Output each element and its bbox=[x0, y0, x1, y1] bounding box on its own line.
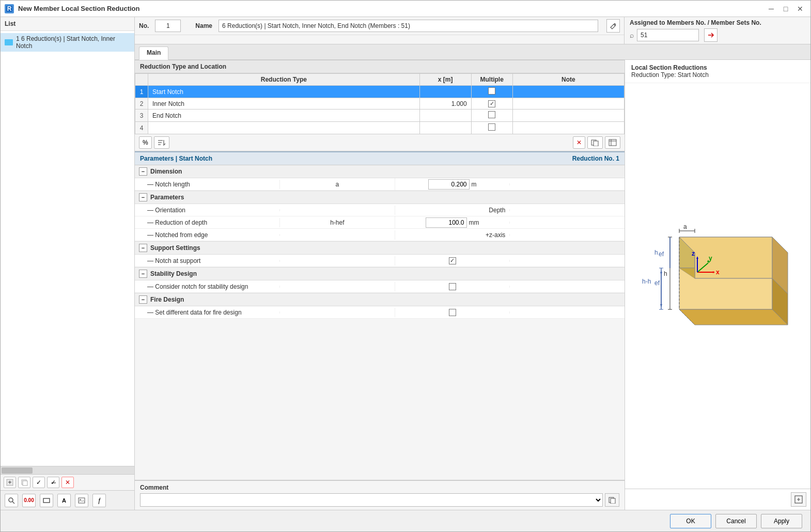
image-button[interactable] bbox=[75, 494, 88, 507]
uncheck-button[interactable]: ✓̶ bbox=[47, 477, 59, 488]
notch-length-input[interactable] bbox=[428, 179, 470, 190]
fire-label: Fire Design bbox=[150, 296, 184, 303]
tab-main[interactable]: Main bbox=[139, 46, 168, 60]
comment-input-row bbox=[140, 493, 619, 507]
consider-notch-extra bbox=[509, 286, 625, 288]
reduction-depth-symbol: h-hef bbox=[279, 218, 395, 227]
svg-text:x: x bbox=[716, 269, 720, 276]
assigned-input[interactable] bbox=[637, 29, 699, 41]
svg-text:h: h bbox=[664, 270, 667, 277]
orientation-row: — Orientation Depth bbox=[135, 204, 625, 216]
row-x-4[interactable] bbox=[419, 122, 471, 134]
dimension-header[interactable]: − Dimension bbox=[135, 165, 625, 178]
svg-rect-5 bbox=[23, 481, 27, 486]
counter-button[interactable]: 0.00 bbox=[22, 494, 36, 507]
consider-notch-symbol bbox=[279, 286, 395, 288]
minimize-button[interactable]: ─ bbox=[765, 4, 777, 14]
cancel-button[interactable]: Cancel bbox=[715, 514, 757, 528]
list-scrollbar[interactable] bbox=[1, 466, 134, 474]
edit-name-button[interactable] bbox=[606, 19, 620, 33]
table-row[interactable]: 1 Start Notch bbox=[135, 86, 625, 98]
name-label: Name bbox=[195, 22, 212, 29]
no-input[interactable] bbox=[155, 20, 181, 32]
fire-design-cb bbox=[395, 308, 510, 317]
search-bottom-button[interactable] bbox=[5, 494, 18, 507]
stability-group: − Stability Design — Consider notch for … bbox=[135, 267, 625, 293]
fire-design-symbol bbox=[279, 311, 395, 314]
table-row[interactable]: 2 Inner Notch 1.000 bbox=[135, 98, 625, 109]
parameters-collapse[interactable]: − bbox=[139, 193, 147, 201]
copy-button[interactable] bbox=[18, 477, 30, 488]
close-button[interactable]: ✕ bbox=[794, 4, 806, 14]
left-panel: List 1 6 Reduction(s) | Start Notch, Inn… bbox=[1, 17, 135, 510]
fire-header[interactable]: − Fire Design bbox=[135, 293, 625, 306]
fire-design-checkbox[interactable] bbox=[449, 309, 456, 316]
row-type-2[interactable]: Inner Notch bbox=[148, 98, 420, 109]
parameters-group-header[interactable]: − Parameters bbox=[135, 191, 625, 204]
rectangle-button[interactable] bbox=[40, 494, 53, 507]
table-row[interactable]: 4 bbox=[135, 122, 625, 134]
consider-notch-label: — Consider notch for stability design bbox=[135, 283, 279, 290]
check-button[interactable]: ✓ bbox=[33, 477, 45, 488]
diagram-area: x y z bbox=[625, 83, 810, 489]
add-row-button[interactable]: + bbox=[4, 477, 16, 488]
copy-table-button[interactable] bbox=[587, 136, 603, 149]
no-label: No. bbox=[139, 22, 149, 29]
svg-text:h-h: h-h bbox=[642, 278, 651, 285]
orientation-text: Depth bbox=[489, 207, 505, 214]
svg-rect-20 bbox=[611, 498, 615, 504]
support-header[interactable]: − Support Settings bbox=[135, 242, 625, 255]
ok-button[interactable]: OK bbox=[670, 514, 711, 528]
reduction-depth-extra bbox=[509, 222, 625, 224]
consider-notch-checkbox[interactable] bbox=[449, 283, 456, 290]
svg-text:R: R bbox=[7, 5, 12, 12]
percent-button[interactable]: % bbox=[139, 136, 152, 149]
title-bar: R New Member Local Section Reduction ─ □… bbox=[1, 1, 810, 17]
maximize-button[interactable]: □ bbox=[779, 4, 792, 14]
reduction-depth-input[interactable] bbox=[426, 217, 467, 228]
row-note-3 bbox=[512, 109, 624, 122]
comment-section: Comment bbox=[135, 480, 625, 510]
fire-collapse[interactable]: − bbox=[139, 295, 147, 304]
table-row[interactable]: 3 End Notch bbox=[135, 109, 625, 122]
main-window: R New Member Local Section Reduction ─ □… bbox=[0, 0, 811, 532]
svg-marker-26 bbox=[679, 309, 788, 325]
assign-button[interactable] bbox=[704, 28, 718, 42]
col-type: Reduction Type bbox=[148, 74, 420, 86]
delete-row-button[interactable]: ✕ bbox=[573, 136, 585, 149]
row-multiple-2[interactable] bbox=[471, 98, 512, 109]
reduction-depth-value: mm bbox=[395, 216, 510, 229]
comment-copy-button[interactable] bbox=[605, 493, 619, 507]
row-note-1 bbox=[512, 86, 624, 98]
stability-header[interactable]: − Stability Design bbox=[135, 268, 625, 280]
list-item[interactable]: 1 6 Reduction(s) | Start Notch, Inner No… bbox=[1, 33, 134, 52]
dimension-collapse[interactable]: − bbox=[139, 167, 147, 176]
stability-collapse[interactable]: − bbox=[139, 270, 147, 278]
support-collapse[interactable]: − bbox=[139, 244, 147, 252]
row-multiple-4[interactable] bbox=[471, 122, 512, 134]
notched-edge-extra bbox=[509, 234, 625, 236]
text-button[interactable]: A bbox=[57, 494, 71, 507]
comment-select[interactable] bbox=[140, 493, 603, 507]
apply-button[interactable]: Apply bbox=[761, 514, 802, 528]
row-x-2[interactable]: 1.000 bbox=[419, 98, 471, 109]
svg-text:z: z bbox=[692, 250, 695, 257]
name-input[interactable] bbox=[219, 20, 598, 32]
info-action-button[interactable] bbox=[791, 492, 806, 507]
row-type-4[interactable] bbox=[148, 122, 420, 134]
sort-button[interactable] bbox=[154, 136, 169, 149]
row-x-3[interactable] bbox=[419, 109, 471, 122]
row-type-1[interactable]: Start Notch bbox=[148, 86, 420, 98]
table-settings-button[interactable] bbox=[605, 136, 620, 149]
row-x-1[interactable] bbox=[419, 86, 471, 98]
formula-button[interactable]: ƒ bbox=[92, 494, 106, 507]
row-multiple-3[interactable] bbox=[471, 109, 512, 122]
delete-list-button[interactable]: ✕ bbox=[61, 477, 74, 488]
bottom-bar: OK Cancel Apply bbox=[1, 510, 810, 531]
notch-support-checkbox[interactable] bbox=[449, 257, 456, 264]
dimension-group: − Dimension — Notch length a m bbox=[135, 165, 625, 191]
row-type-3[interactable]: End Notch bbox=[148, 109, 420, 122]
svg-text:ef: ef bbox=[654, 279, 660, 287]
svg-line-7 bbox=[12, 502, 14, 504]
row-multiple-1[interactable] bbox=[471, 86, 512, 98]
